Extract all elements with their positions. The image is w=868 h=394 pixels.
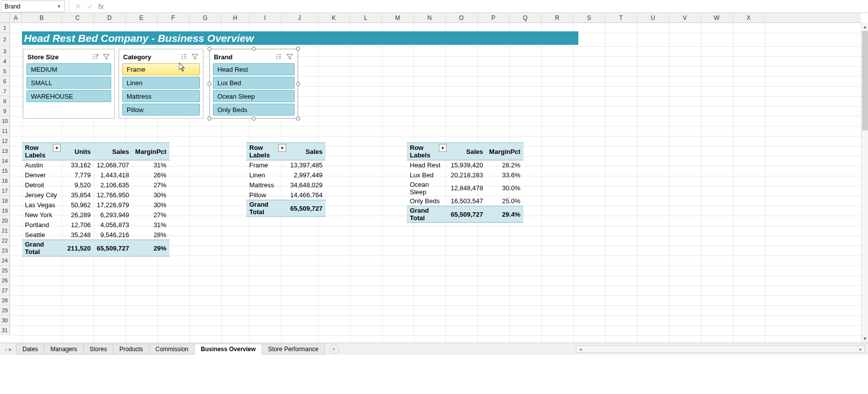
pivot-cell[interactable]: 33.6% bbox=[486, 170, 523, 180]
row-header[interactable]: 11 bbox=[0, 126, 9, 136]
row-header[interactable]: 29 bbox=[0, 305, 9, 315]
pivot-cell[interactable]: 13,397,485 bbox=[287, 160, 326, 170]
pivot-cell[interactable]: Las Vegas bbox=[22, 200, 62, 210]
pivot-cell[interactable]: Detroit bbox=[22, 180, 62, 190]
pivot-header-row-labels[interactable]: Row Labels▼ bbox=[22, 143, 62, 160]
row-header[interactable]: 18 bbox=[0, 196, 9, 206]
column-header[interactable]: T bbox=[605, 13, 637, 22]
column-header[interactable]: A bbox=[10, 13, 22, 22]
pivot-cell[interactable]: 27% bbox=[132, 210, 170, 220]
scroll-down-icon[interactable]: ▼ bbox=[862, 335, 868, 343]
row-header[interactable]: 3 bbox=[0, 46, 9, 56]
filter-dropdown-icon[interactable]: ▼ bbox=[53, 144, 61, 152]
confirm-formula-button[interactable]: ✓ bbox=[84, 0, 96, 12]
pivot-cell[interactable]: 50,962 bbox=[62, 200, 94, 210]
sheet-tab[interactable]: Store Performance bbox=[262, 344, 325, 355]
column-header[interactable]: V bbox=[669, 13, 701, 22]
slicer-item-linen[interactable]: Linen bbox=[122, 77, 200, 89]
column-header[interactable]: E bbox=[126, 13, 158, 22]
row-header[interactable]: 1 bbox=[0, 23, 9, 33]
row-header[interactable]: 14 bbox=[0, 156, 9, 166]
pivot-cell[interactable]: Denver bbox=[22, 170, 62, 180]
column-header[interactable]: R bbox=[541, 13, 573, 22]
pivot-cell[interactable]: 4,056,873 bbox=[94, 220, 132, 230]
pivot-cell[interactable]: 14,466,764 bbox=[287, 190, 326, 200]
resize-handle[interactable] bbox=[296, 117, 300, 121]
pivot-cell[interactable]: Jersey City bbox=[22, 190, 62, 200]
sheet-tab[interactable]: Stores bbox=[83, 344, 114, 355]
pivot-cell[interactable]: 30% bbox=[132, 200, 170, 210]
column-header[interactable]: F bbox=[158, 13, 189, 22]
row-header[interactable]: 8 bbox=[0, 96, 9, 106]
pivot-cell[interactable]: 31% bbox=[132, 220, 170, 230]
sheet-tab[interactable]: Managers bbox=[44, 344, 83, 355]
row-header[interactable]: 30 bbox=[0, 315, 9, 325]
pivot-cell[interactable]: 16,503,547 bbox=[448, 196, 486, 206]
clear-filter-icon[interactable] bbox=[191, 53, 199, 61]
row-header[interactable]: 28 bbox=[0, 295, 9, 305]
resize-handle[interactable] bbox=[207, 117, 211, 121]
pivot-cell[interactable]: 12,706 bbox=[62, 220, 94, 230]
clear-filter-icon[interactable] bbox=[286, 53, 294, 61]
pivot-cell[interactable]: 9,546,216 bbox=[94, 230, 132, 240]
scroll-right-icon[interactable]: ▸ bbox=[857, 346, 865, 353]
tab-nav-first-icon[interactable]: ◂ bbox=[4, 346, 7, 353]
pivot-cell[interactable]: New York bbox=[22, 210, 62, 220]
pivot-cell[interactable]: Pillow bbox=[246, 190, 287, 200]
clear-filter-icon[interactable] bbox=[102, 53, 110, 61]
pivot-cell[interactable]: 33,162 bbox=[62, 160, 94, 170]
pivot-cell[interactable]: 35,248 bbox=[62, 230, 94, 240]
pivot-cell[interactable]: 30% bbox=[132, 190, 170, 200]
scroll-thumb[interactable] bbox=[862, 31, 868, 131]
row-header[interactable]: 21 bbox=[0, 226, 9, 236]
pivot-cell[interactable]: 35,854 bbox=[62, 190, 94, 200]
multi-select-icon[interactable] bbox=[180, 53, 188, 61]
column-header[interactable]: X bbox=[733, 13, 765, 22]
slicer-item-pillow[interactable]: Pillow bbox=[122, 104, 200, 116]
cancel-formula-button[interactable]: ✕ bbox=[72, 0, 84, 12]
resize-handle[interactable] bbox=[252, 47, 256, 51]
scroll-up-icon[interactable]: ▲ bbox=[862, 23, 868, 31]
resize-handle[interactable] bbox=[207, 47, 211, 51]
pivot-cell[interactable]: 12,068,707 bbox=[94, 160, 132, 170]
column-header[interactable]: D bbox=[94, 13, 126, 22]
pivot-cell[interactable]: 31% bbox=[132, 160, 170, 170]
tab-nav-prev-icon[interactable]: ▸ bbox=[9, 346, 12, 353]
column-header[interactable]: S bbox=[573, 13, 605, 22]
pivot-header-row-labels[interactable]: Row Labels▼ bbox=[246, 143, 287, 160]
column-header[interactable]: U bbox=[637, 13, 669, 22]
column-header[interactable]: N bbox=[414, 13, 446, 22]
vertical-scrollbar[interactable]: ▲ ▼ bbox=[861, 23, 868, 343]
name-box-dropdown-icon[interactable]: ▼ bbox=[57, 4, 61, 9]
row-header[interactable]: 24 bbox=[0, 256, 9, 265]
sheet-tab[interactable]: Business Overview bbox=[194, 344, 262, 355]
pivot-cell[interactable]: 2,106,635 bbox=[94, 180, 132, 190]
column-header[interactable]: W bbox=[701, 13, 733, 22]
pivot-cell[interactable]: Seattle bbox=[22, 230, 62, 240]
pivot-cell[interactable]: 26% bbox=[132, 170, 170, 180]
row-header[interactable]: 27 bbox=[0, 285, 9, 295]
pivot-cell[interactable]: 34,648,029 bbox=[287, 180, 326, 190]
filter-dropdown-icon[interactable]: ▼ bbox=[439, 144, 447, 152]
row-header[interactable]: 16 bbox=[0, 176, 9, 186]
pivot-cell[interactable]: 9,520 bbox=[62, 180, 94, 190]
grid-canvas[interactable]: Head Rest Bed Company - Business Overvie… bbox=[10, 23, 861, 343]
resize-handle[interactable] bbox=[296, 47, 300, 51]
column-header[interactable]: H bbox=[221, 13, 249, 22]
slicer-item-medium[interactable]: MEDIUM bbox=[26, 63, 111, 75]
row-header[interactable]: 12 bbox=[0, 136, 9, 146]
slicer-item-ocean-sleep[interactable]: Ocean Sleep bbox=[213, 90, 295, 102]
row-header[interactable]: 22 bbox=[0, 236, 9, 246]
sheet-tab[interactable]: Commission bbox=[149, 344, 195, 355]
pivot-cell[interactable]: 30.0% bbox=[486, 180, 523, 196]
column-header[interactable]: G bbox=[189, 13, 221, 22]
row-header[interactable]: 17 bbox=[0, 186, 9, 196]
column-header[interactable]: O bbox=[446, 13, 478, 22]
slicer-item-frame[interactable]: Frame bbox=[122, 63, 200, 75]
row-header[interactable]: 7 bbox=[0, 86, 9, 96]
formula-input[interactable] bbox=[106, 0, 868, 12]
row-header[interactable]: 15 bbox=[0, 166, 9, 176]
pivot-cell[interactable]: 17,226,979 bbox=[94, 200, 132, 210]
column-header[interactable]: J bbox=[281, 13, 318, 22]
pivot-cell[interactable]: 6,293,949 bbox=[94, 210, 132, 220]
